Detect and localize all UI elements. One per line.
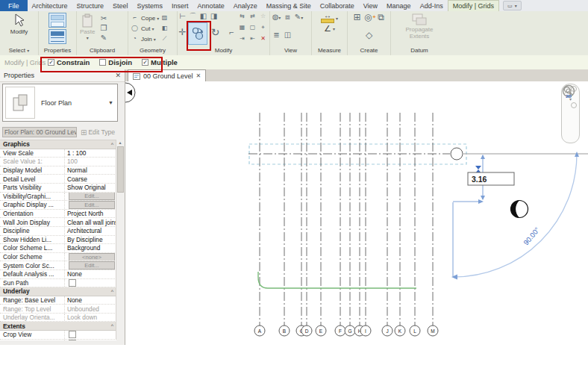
- delete-icon[interactable]: ✕: [258, 34, 268, 43]
- dimension-value[interactable]: 3.16: [472, 175, 487, 184]
- property-value[interactable]: Edit...: [64, 201, 116, 209]
- create-parts-icon[interactable]: ◇: [364, 31, 374, 40]
- copy-to-clipboard-icon[interactable]: ❐: [98, 24, 108, 33]
- paste-button[interactable]: Paste ▾: [78, 13, 96, 43]
- option-constrain[interactable]: ✓Constrain: [48, 58, 90, 66]
- close-icon[interactable]: ✕: [196, 72, 201, 79]
- property-value[interactable]: Background: [64, 244, 116, 252]
- constrain-checkbox[interactable]: ✓: [48, 59, 54, 66]
- ribbon-tab-manage[interactable]: Manage: [382, 0, 416, 11]
- copy-icon[interactable]: ▢: [248, 23, 257, 32]
- move-tool-icon[interactable]: ✛: [178, 28, 187, 37]
- property-value[interactable]: Clean all wall joins: [64, 218, 116, 226]
- pin-icon[interactable]: ⌖: [258, 23, 268, 32]
- property-value[interactable]: [64, 331, 116, 339]
- property-value[interactable]: Architectural: [64, 227, 116, 235]
- join-geometry-button[interactable]: ◔Join▾: [130, 34, 159, 44]
- ribbon-tab-systems[interactable]: Systems: [133, 0, 168, 11]
- ribbon-tab-modify-grids[interactable]: Modify | Grids: [448, 0, 499, 11]
- property-checkbox[interactable]: [69, 331, 76, 338]
- pan-zoom-icon[interactable]: [562, 84, 575, 97]
- property-value[interactable]: 1 : 100: [64, 149, 116, 158]
- instance-selector[interactable]: Floor Plan: 00 Ground Lev∨: [2, 127, 77, 137]
- cut-to-clipboard-icon[interactable]: ✂: [98, 14, 108, 23]
- type-selector[interactable]: Floor Plan ▼: [2, 84, 118, 122]
- ribbon-tab-structure[interactable]: Structure: [72, 0, 109, 11]
- property-value[interactable]: Show Original: [64, 184, 116, 192]
- properties-scrollbar[interactable]: ▴: [116, 140, 124, 340]
- disjoin-checkbox[interactable]: [99, 59, 106, 66]
- cut-geometry-button[interactable]: ◯Cut▾: [130, 23, 159, 34]
- cope-button[interactable]: ⌐Cope▾: [130, 13, 159, 23]
- override-graphics-icon[interactable]: ≣: [272, 31, 281, 40]
- property-button[interactable]: Edit...: [69, 261, 115, 270]
- thin-lines-icon[interactable]: ✎▾: [294, 13, 304, 22]
- property-button[interactable]: <none>: [69, 253, 115, 261]
- offset-tool-icon[interactable]: ⌒: [188, 12, 198, 21]
- section-underlay[interactable]: Underlay^: [0, 287, 116, 296]
- array-icon[interactable]: ▦: [237, 23, 247, 32]
- match-type-icon[interactable]: ✎: [98, 34, 108, 43]
- wall-joins-icon[interactable]: ▨: [160, 13, 169, 22]
- section-graphics[interactable]: Graphics^: [0, 140, 116, 149]
- ribbon-tab-view[interactable]: View: [359, 0, 382, 11]
- property-value[interactable]: [64, 340, 116, 340]
- create-group-icon[interactable]: ⊞: [352, 13, 362, 22]
- grid-bubble[interactable]: [451, 148, 463, 160]
- rotate-tool-button-active[interactable]: [188, 22, 207, 45]
- ribbon-tab-insert[interactable]: Insert: [167, 0, 193, 11]
- modify-tool-button[interactable]: Modify: [9, 13, 30, 36]
- create-similar-icon[interactable]: ◎✦: [364, 13, 374, 22]
- align-tool-icon[interactable]: ⊢: [178, 12, 187, 21]
- property-button[interactable]: Edit...: [69, 193, 115, 201]
- ribbon-tab-massing-site[interactable]: Massing & Site: [262, 0, 316, 11]
- temporary-hide-isolate-icon[interactable]: ◍▾: [272, 13, 281, 22]
- navbar-handle-icon[interactable]: [571, 102, 577, 108]
- property-value[interactable]: None: [64, 270, 116, 278]
- ribbon-tab-add-ins[interactable]: Add-Ins: [416, 0, 448, 11]
- panel-select-label[interactable]: Select ▾: [0, 46, 38, 55]
- drawing-canvas[interactable]: ABCDEFGHIJKLM 3.16: [125, 81, 588, 345]
- option-multiple[interactable]: ✓Multiple: [142, 58, 178, 66]
- ribbon-tab-annotate[interactable]: Annotate: [193, 0, 229, 11]
- ribbon-tab-steel[interactable]: Steel: [108, 0, 133, 11]
- measure-between-refs-button[interactable]: ↔ ▾: [321, 13, 338, 23]
- property-value[interactable]: Project North: [64, 210, 116, 218]
- type-properties-button[interactable]: [49, 29, 66, 44]
- rotate-alt-icon[interactable]: ↻: [210, 28, 220, 37]
- create-assembly-icon[interactable]: ⧉: [376, 13, 386, 22]
- split-element-icon[interactable]: ⇆: [237, 12, 247, 21]
- demolish-icon[interactable]: ⟋: [160, 34, 169, 43]
- reset-view-icon[interactable]: ⧈: [283, 13, 293, 22]
- property-checkbox[interactable]: [69, 279, 76, 287]
- view-tab-ground-level[interactable]: 00 Ground Level ✕: [128, 69, 206, 81]
- property-value[interactable]: <none>: [64, 253, 116, 261]
- mirror-draw-axis-icon[interactable]: ◨: [209, 12, 219, 21]
- edit-type-button[interactable]: ⊞ Edit Type: [81, 128, 115, 137]
- trim-extend-multiple-icon[interactable]: ⇤: [248, 34, 257, 43]
- property-value[interactable]: None: [64, 296, 116, 305]
- properties-palette-button[interactable]: [49, 13, 66, 28]
- palette-collapse-handle[interactable]: [125, 81, 137, 104]
- ribbon-tab-analyze[interactable]: Analyze: [229, 0, 262, 11]
- property-value[interactable]: Coarse: [64, 175, 116, 183]
- scale-icon[interactable]: ☆: [258, 12, 268, 21]
- close-icon[interactable]: ✕: [115, 72, 121, 79]
- measure-angle-button[interactable]: ∠ ▾: [324, 24, 335, 34]
- green-model-line[interactable]: [258, 272, 416, 288]
- section-extents[interactable]: Extents^: [0, 322, 116, 331]
- split-with-gap-icon[interactable]: ⇄: [248, 12, 257, 21]
- multiple-checkbox[interactable]: ✓: [142, 59, 148, 66]
- rotation-center-icon[interactable]: [511, 201, 528, 218]
- property-value[interactable]: By Discipline: [64, 236, 116, 244]
- ribbon-tab-collaborate[interactable]: Collaborate: [316, 0, 359, 11]
- ribbon-tab-file[interactable]: File: [0, 0, 28, 11]
- ribbon-display-toggle[interactable]: ▭▾: [503, 1, 522, 10]
- ribbon-tab-architecture[interactable]: Architecture: [28, 0, 72, 11]
- trim-extend-corner-icon[interactable]: ⌐: [227, 28, 237, 37]
- property-value[interactable]: Edit...: [64, 193, 116, 201]
- propagate-extents-button[interactable]: Propagate Extents: [398, 13, 440, 40]
- hide-elements-icon[interactable]: ◫: [283, 31, 293, 40]
- property-checkbox[interactable]: [69, 340, 76, 340]
- beam-joins-icon[interactable]: ◧: [160, 24, 169, 33]
